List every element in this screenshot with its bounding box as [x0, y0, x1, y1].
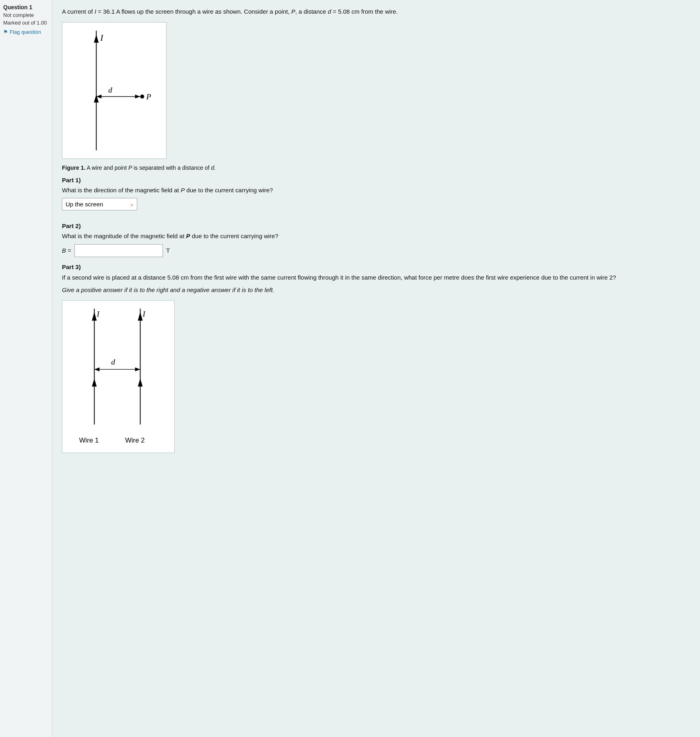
marked-out-label: Marked out of 1.00	[3, 20, 49, 26]
part3-label: Part 3)	[62, 264, 690, 270]
b-unit-label: T	[166, 247, 170, 254]
svg-marker-1	[94, 35, 99, 43]
part1-select-wrapper[interactable]: Up the screen Down the screen Into the s…	[62, 198, 137, 210]
svg-marker-16	[138, 379, 143, 387]
main-content: A current of I = 36.1 A flows up the scr…	[52, 0, 700, 737]
question-intro: A current of I = 36.1 A flows up the scr…	[62, 7, 690, 16]
b-equals-label: B =	[62, 247, 71, 254]
svg-text:I: I	[96, 309, 100, 318]
b-field-row: B = T	[62, 244, 690, 257]
part3-section: Part 3) If a second wire is placed at a …	[62, 264, 690, 453]
svg-text:d: d	[111, 357, 115, 366]
svg-marker-15	[138, 312, 143, 321]
part1-section: Part 1) What is the direction of the mag…	[62, 177, 690, 217]
svg-point-8	[140, 94, 144, 98]
svg-marker-12	[92, 379, 97, 387]
svg-marker-21	[135, 367, 140, 371]
figure1-svg: I d P	[62, 23, 166, 159]
svg-text:P: P	[146, 92, 151, 101]
part1-label: Part 1)	[62, 177, 690, 183]
flag-question-button[interactable]: ⚑ Flag question	[3, 29, 49, 35]
part1-question: What is the direction of the magnetic fi…	[62, 186, 690, 195]
svg-marker-11	[92, 312, 97, 321]
flag-icon: ⚑	[3, 29, 8, 35]
part2-section: Part 2) What is the magnitude of the mag…	[62, 222, 690, 257]
figure2-box: I I d Wire 1 Wire 2	[62, 300, 175, 453]
figure2-svg: I I d Wire 1 Wire 2	[62, 301, 174, 453]
figure1-box: I d P	[62, 22, 167, 159]
part1-direction-select[interactable]: Up the screen Down the screen Into the s…	[62, 198, 127, 210]
part3-question: If a second wire is placed at a distance…	[62, 273, 690, 282]
figure1-caption: Figure 1. A wire and point P is separate…	[62, 165, 690, 171]
svg-marker-7	[135, 94, 140, 98]
question-number: Question 1	[3, 4, 49, 10]
svg-marker-20	[94, 367, 99, 371]
part3-note: Give a positive answer if it is to the r…	[62, 286, 690, 295]
sidebar: Question 1 Not complete Marked out of 1.…	[0, 0, 52, 737]
flag-label: Flag question	[10, 29, 41, 35]
select-arrow-icon: ⬦	[127, 201, 137, 208]
b-magnitude-input[interactable]	[74, 244, 163, 257]
part2-label: Part 2)	[62, 222, 690, 229]
svg-text:Wire 2: Wire 2	[125, 436, 145, 444]
svg-text:I: I	[142, 309, 146, 318]
svg-text:d: d	[108, 85, 112, 94]
part2-question: What is the magnitude of the magnetic fi…	[62, 232, 690, 241]
svg-marker-2	[94, 94, 99, 102]
not-complete-status: Not complete	[3, 12, 49, 18]
svg-text:Wire 1: Wire 1	[79, 436, 99, 444]
svg-text:I: I	[100, 33, 104, 42]
